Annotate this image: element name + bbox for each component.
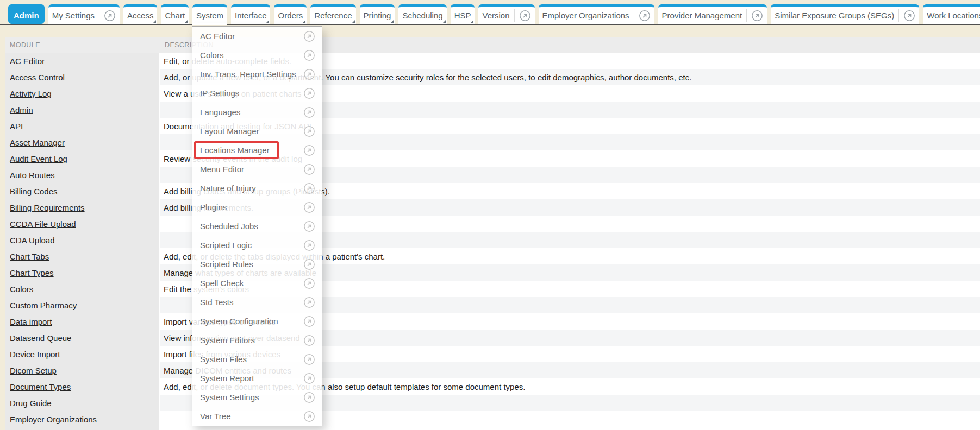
module-cell: Document Types (5, 378, 159, 395)
module-cell: Asset Manager (5, 134, 159, 150)
external-link-icon (303, 201, 315, 213)
menu-item-plugins[interactable]: Plugins (192, 198, 322, 217)
module-link-document-types[interactable]: Document Types (10, 382, 71, 391)
menu-item-scripted-logic[interactable]: Scripted Logic (192, 236, 322, 255)
menu-item-var-tree[interactable]: Var Tree (192, 407, 322, 426)
module-cell: Drug Guide (5, 395, 159, 411)
menu-item-scripted-rules[interactable]: Scripted Rules (192, 255, 322, 274)
module-link-asset-manager[interactable]: Asset Manager (10, 138, 65, 147)
tab-label: System (196, 11, 223, 20)
external-link-icon (303, 49, 315, 61)
module-link-chart-types[interactable]: Chart Types (10, 268, 54, 277)
external-link-icon (303, 296, 315, 308)
module-link-auto-routes[interactable]: Auto Routes (10, 170, 55, 180)
table-row: Billing RequirementsAdd billing requirem… (5, 199, 980, 216)
module-link-ac-editor[interactable]: AC Editor (10, 56, 45, 66)
tab-orders[interactable]: Orders (274, 4, 307, 24)
module-link-data-import[interactable]: Data import (10, 317, 52, 326)
module-link-datasend-queue[interactable]: Datasend Queue (10, 333, 71, 343)
menu-item-std-tests[interactable]: Std Tests (192, 293, 322, 312)
tab-label: My Settings (52, 11, 95, 20)
external-link-icon (751, 10, 763, 22)
table-row: Asset Manager (5, 134, 980, 150)
module-link-activity-log[interactable]: Activity Log (10, 89, 52, 98)
module-link-api[interactable]: API (10, 122, 23, 131)
menu-item-system-files[interactable]: System Files (192, 350, 322, 369)
menu-item-inv-trans-report-settings[interactable]: Inv. Trans. Report Settings (192, 65, 322, 84)
menu-item-nature-of-injury[interactable]: Nature of Injury (192, 179, 322, 198)
module-link-billing-requirements[interactable]: Billing Requirements (10, 203, 85, 212)
menu-item-spell-check[interactable]: Spell Check (192, 274, 322, 293)
table-row: AC EditorEdit, or delete auto-complete f… (5, 53, 980, 69)
module-cell: Billing Codes (5, 183, 159, 199)
tab-version[interactable]: Version (478, 4, 534, 24)
menu-item-scheduled-jobs[interactable]: Scheduled Jobs (192, 217, 322, 236)
module-link-ccda-file-upload[interactable]: CCDA File Upload (10, 219, 76, 229)
external-link-icon (303, 30, 315, 42)
menu-item-label: Menu Editor (200, 165, 244, 174)
tab-hsp[interactable]: HSP (451, 4, 475, 24)
module-link-device-import[interactable]: Device Import (10, 350, 60, 359)
table-row: Chart TabsAdd, edit, or delete the tabs … (5, 248, 980, 264)
tab-scheduling[interactable]: Scheduling (398, 4, 446, 24)
external-link-icon (303, 163, 315, 175)
external-link-icon (303, 125, 315, 137)
module-link-admin[interactable]: Admin (10, 105, 33, 115)
module-link-cda-upload[interactable]: CDA Upload (10, 236, 55, 245)
tab-similar-exposure-groups-segs[interactable]: Similar Exposure Groups (SEGs) (771, 4, 919, 24)
tab-admin[interactable]: Admin (8, 4, 45, 24)
tab-reference[interactable]: Reference (310, 4, 355, 24)
module-link-employer-organizations[interactable]: Employer Organizations (10, 415, 97, 424)
tab-system[interactable]: SystemAC EditorColorsInv. Trans. Report … (192, 4, 227, 24)
module-table-rows: AC EditorEdit, or delete auto-complete f… (5, 53, 980, 427)
external-link-icon (303, 334, 315, 346)
module-link-billing-codes[interactable]: Billing Codes (10, 187, 58, 196)
menu-item-system-report[interactable]: System Report (192, 369, 322, 388)
table-row: Drug Guide (5, 395, 980, 411)
external-link-icon (303, 410, 315, 422)
table-row: Audit Event LogReview security events in… (5, 150, 980, 167)
external-link-icon (303, 372, 315, 384)
menu-item-ip-settings[interactable]: IP Settings (192, 84, 322, 103)
top-navbar: AdminMy SettingsAccessChartSystemAC Edit… (0, 0, 980, 25)
tab-work-locations[interactable]: Work Locations (923, 4, 980, 24)
table-row: Admin (5, 102, 980, 118)
menu-item-label: Plugins (200, 203, 227, 212)
menu-item-system-settings[interactable]: System Settings (192, 388, 322, 407)
external-link-icon (303, 353, 315, 365)
menu-item-ac-editor[interactable]: AC Editor (192, 27, 322, 46)
menu-item-languages[interactable]: Languages (192, 103, 322, 122)
table-row: APIDocumentation and testing for JSON AP… (5, 118, 980, 134)
module-link-dicom-setup[interactable]: Dicom Setup (10, 366, 57, 375)
module-cell: Chart Tabs (5, 248, 159, 264)
module-link-audit-event-log[interactable]: Audit Event Log (10, 154, 67, 163)
tab-access[interactable]: Access (123, 4, 157, 24)
table-row: Dicom SetupManage DICOM entities and rou… (5, 362, 980, 378)
module-cell: Access Control (5, 69, 159, 85)
menu-item-label: Scripted Logic (200, 241, 252, 250)
menu-item-menu-editor[interactable]: Menu Editor (192, 160, 322, 179)
column-header-module: MODULE (5, 41, 160, 49)
external-link-icon (303, 182, 315, 194)
menu-item-colors[interactable]: Colors (192, 46, 322, 65)
menu-item-label: Languages (200, 108, 240, 117)
tab-my-settings[interactable]: My Settings (48, 4, 120, 24)
tab-chart[interactable]: Chart (161, 4, 189, 24)
external-link-icon (303, 391, 315, 403)
tab-printing[interactable]: Printing (360, 4, 395, 24)
menu-item-label: System Editors (200, 336, 255, 345)
module-cell: Employer Organizations (5, 411, 159, 427)
menu-item-locations-manager[interactable]: Locations Manager (192, 141, 322, 160)
tab-provider-management[interactable]: Provider Management (658, 4, 767, 24)
tab-interface[interactable]: Interface (231, 4, 270, 24)
module-link-colors[interactable]: Colors (10, 284, 33, 294)
module-link-chart-tabs[interactable]: Chart Tabs (10, 252, 49, 261)
menu-item-system-editors[interactable]: System Editors (192, 331, 322, 350)
module-link-custom-pharmacy[interactable]: Custom Pharmacy (10, 301, 77, 310)
menu-item-layout-manager[interactable]: Layout Manager (192, 122, 322, 141)
menu-item-system-configuration[interactable]: System Configuration (192, 312, 322, 331)
module-link-drug-guide[interactable]: Drug Guide (10, 399, 52, 408)
module-link-access-control[interactable]: Access Control (10, 73, 65, 82)
tab-employer-organizations[interactable]: Employer Organizations (539, 4, 654, 24)
tab-label: Similar Exposure Groups (SEGs) (775, 11, 894, 20)
